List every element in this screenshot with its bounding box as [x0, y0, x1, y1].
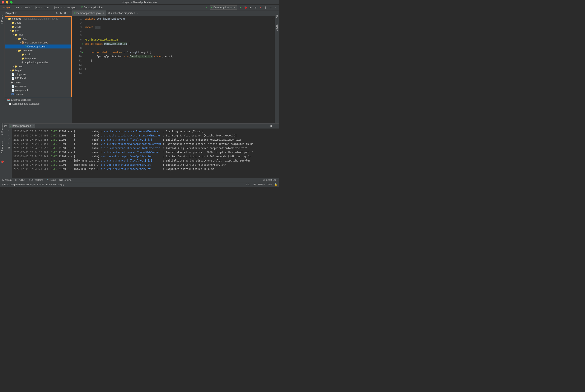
tree-item[interactable]: 📁templates — [5, 56, 71, 60]
log-line: 2020-12-05 17:54:10.599 INFO 21891 --- [… — [13, 146, 277, 150]
file-encoding[interactable]: UTF-8 — [258, 183, 265, 186]
tree-item[interactable]: ▶mvnw — [5, 80, 71, 84]
log-line: 2020-12-05 17:54:10.395 INFO 21891 --- [… — [13, 134, 277, 138]
sidebar-tab-ant[interactable]: Ant — [276, 15, 278, 18]
run-tool-window: Run: ▸ DemoApplication × ⚙ — ↻ ■ 📷 ⤴ ⊞ 🖨… — [0, 123, 279, 178]
editor-position[interactable]: 7:21 — [246, 183, 250, 186]
tree-item[interactable]: ©DemoApplication — [5, 44, 71, 48]
tree-item[interactable]: ▾📁main — [5, 32, 71, 36]
run-button[interactable]: ▶ — [239, 6, 242, 9]
hide-icon[interactable]: — — [67, 12, 71, 15]
log-line: 2020-12-05 17:54:10.768 INFO 21891 --- [… — [13, 154, 277, 158]
more-icon[interactable]: ⋮ — [264, 6, 267, 9]
gutter-run-icon[interactable]: ▶ — [82, 50, 83, 54]
sidebar-tab-maven[interactable]: Maven — [276, 24, 278, 31]
editor-tab[interactable]: ⚙application.properties× — [106, 10, 141, 16]
debug-button[interactable]: 🐞 — [244, 6, 247, 9]
breadcrumb-item[interactable]: java — [34, 6, 40, 9]
tree-item[interactable]: ▾📁java — [5, 36, 71, 40]
project-tool-window: Project ▼ ⊕ ⇊ ⚙ — ▾ 📁 niceyoo ~/workspac… — [4, 10, 72, 123]
log-line: 2020-12-05 17:54:23.495 INFO 21891 --- [… — [13, 163, 277, 167]
inspection-ok-icon: ✓ — [272, 17, 273, 20]
scratches-consoles[interactable]: 📋 Scratches and Consoles — [4, 102, 72, 106]
vcs-icon[interactable]: ⇄ — [269, 6, 272, 9]
tree-item[interactable]: ▾📁src — [5, 29, 71, 32]
sidebar-tab-favorites[interactable]: 2: Favorites — [1, 142, 3, 153]
profile-button[interactable]: ⊙ — [254, 6, 257, 9]
up-icon[interactable]: ↑ — [8, 129, 9, 132]
maximize-window-button[interactable] — [10, 1, 12, 4]
tree-item[interactable]: ▸📁target — [5, 68, 71, 72]
run-hide-icon[interactable]: — — [274, 124, 277, 128]
sidebar-tab-project[interactable]: 1: Project — [1, 15, 3, 24]
tree-item[interactable]: 📁static — [5, 52, 71, 56]
lock-icon[interactable]: 🔓 — [274, 183, 277, 186]
pin-icon[interactable]: 📌 — [1, 160, 4, 164]
stop-button[interactable]: ■ — [259, 6, 262, 9]
minimize-window-button[interactable] — [6, 1, 8, 4]
tree-item[interactable]: ⚙application.properties — [5, 60, 71, 64]
coverage-button[interactable]: ▶ — [249, 6, 252, 9]
tree-item[interactable]: 📄mvnw.cmd — [5, 84, 71, 88]
settings-icon[interactable]: ⚙ — [63, 12, 67, 15]
breadcrumb-item[interactable]: niceyoo — [67, 6, 77, 9]
indent-setting[interactable]: Tab* — [267, 183, 272, 186]
tree-item[interactable]: ▾📦com.javam4.niceyoo — [5, 40, 71, 44]
close-tab-icon[interactable]: × — [101, 12, 105, 15]
breadcrumb-item[interactable]: src — [15, 6, 20, 9]
search-icon[interactable]: ⌕ — [274, 6, 277, 9]
breadcrumb-item[interactable]: main — [23, 6, 31, 9]
status-message: Build completed successfully in 3 s 492 … — [4, 183, 64, 186]
editor-panel: ©DemoApplication.java×⚙application.prope… — [72, 10, 275, 123]
wrap-icon[interactable]: ↩ — [8, 138, 10, 141]
bottom-tab-terminal[interactable]: ⌨ Terminal — [59, 179, 72, 181]
titlebar: niceyoo – DemoApplication.java — [0, 0, 279, 4]
tree-item[interactable]: ▸📁.idea — [5, 21, 71, 25]
tree-item[interactable]: ⓜpom.xml — [5, 92, 71, 96]
locate-icon[interactable]: ⊕ — [55, 12, 58, 15]
run-settings-icon[interactable]: ⚙ — [269, 124, 273, 128]
breadcrumb-item[interactable]: com — [44, 6, 50, 9]
tree-item[interactable]: ▸📁test — [5, 64, 71, 68]
filter-icon[interactable]: ⊟ — [8, 146, 10, 149]
collapse-icon[interactable]: ⇊ — [59, 12, 62, 15]
breadcrumbs: niceyoo〉src〉main〉java〉com〉javam4〉niceyoo… — [2, 6, 103, 9]
editor-tab[interactable]: ©DemoApplication.java× — [72, 10, 106, 16]
navigation-bar: niceyoo〉src〉main〉java〉com〉javam4〉niceyoo… — [0, 4, 279, 10]
build-icon[interactable]: ↙ — [205, 6, 208, 9]
close-tab-icon[interactable]: × — [136, 12, 139, 15]
bottom-tab-build[interactable]: 🔨 Build — [47, 179, 56, 181]
tree-item[interactable]: ▸📁.mvn — [5, 25, 71, 29]
log-line: 2020-12-05 17:54:10.453 INFO 21891 --- [… — [13, 138, 277, 142]
gutter-run-icon[interactable]: ▶ — [82, 42, 83, 46]
sidebar-tab-structure[interactable]: 7: Structure — [1, 123, 3, 135]
editor-tabs: ©DemoApplication.java×⚙application.prope… — [72, 10, 275, 16]
tree-item[interactable]: 📄HELP.md — [5, 76, 71, 80]
bottom-tab-todo[interactable]: ☑ TODO — [15, 179, 24, 181]
status-icon[interactable]: ⊞ — [2, 183, 3, 186]
log-line: 2020-12-05 17:54:10.453 INFO 21891 --- [… — [13, 142, 277, 146]
tree-item[interactable]: ▾📁resources — [5, 48, 71, 52]
external-libraries[interactable]: ▸ 📚 External Libraries — [4, 98, 72, 102]
run-config-name: DemoApplication — [213, 6, 232, 9]
console-output[interactable]: 2020-12-05 17:54:10.395 INFO 21891 --- [… — [12, 128, 279, 178]
bottom-tab-run[interactable]: ▶ 4: Run — [2, 179, 11, 181]
tree-item[interactable]: 📄.gitignore — [5, 72, 71, 76]
log-line: 2020-12-05 17:54:10.764 INFO 21891 --- [… — [13, 150, 277, 154]
down-icon[interactable]: ↓ — [8, 134, 9, 136]
code-editor[interactable]: 1234567▶89▶1011121314 package com.javam4… — [72, 16, 275, 123]
event-log-button[interactable]: ◎ Event Log — [263, 179, 276, 181]
breadcrumb-item[interactable]: © DemoApplication — [80, 6, 103, 9]
run-config-select[interactable]: ▸ DemoApplication ▼ — [210, 6, 237, 10]
project-tree[interactable]: ▾ 📁 niceyoo ~/workspace/IDEA/mine/niceyo… — [4, 16, 72, 123]
line-separator[interactable]: LF — [253, 183, 256, 186]
tree-item[interactable]: 📄niceyoo.iml — [5, 88, 71, 92]
tree-root[interactable]: ▾ 📁 niceyoo ~/workspace/IDEA/mine/niceyo… — [5, 17, 71, 21]
run-tab[interactable]: ▸ DemoApplication × — [8, 124, 35, 128]
project-panel-title[interactable]: Project — [5, 12, 14, 15]
breadcrumb-item[interactable]: niceyoo — [2, 6, 12, 9]
scroll-icon[interactable]: ⤓ — [8, 142, 10, 145]
bottom-tab-problems[interactable]: ⊘ 6: Problems — [28, 179, 43, 181]
close-window-button[interactable] — [2, 1, 4, 4]
breadcrumb-item[interactable]: javam4 — [53, 6, 63, 9]
